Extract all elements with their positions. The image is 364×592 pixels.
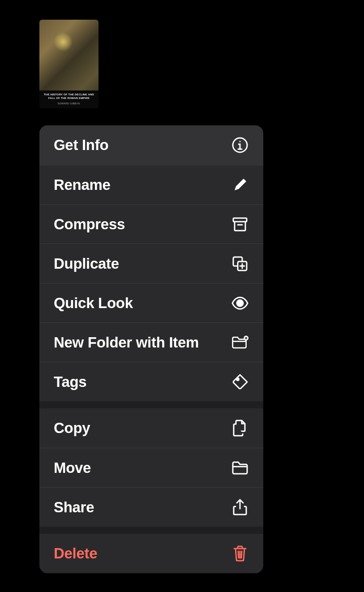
tag-icon	[231, 373, 249, 391]
eye-icon	[231, 294, 249, 312]
menu-divider	[39, 401, 263, 408]
menu-item-duplicate[interactable]: Duplicate	[39, 244, 263, 283]
info-circle-icon	[231, 136, 249, 154]
share-icon	[231, 498, 249, 516]
svg-line-17	[241, 551, 242, 558]
menu-label-rename: Rename	[54, 176, 111, 193]
context-menu: Get Info Rename Compress	[39, 125, 263, 573]
menu-divider	[39, 527, 263, 534]
file-thumbnail[interactable]: THE HISTORY OF THE DECLINE AND FALL OF T…	[39, 20, 98, 108]
menu-item-new-folder-with-item[interactable]: New Folder with Item	[39, 322, 263, 362]
menu-item-move[interactable]: Move	[39, 448, 263, 487]
pencil-icon	[231, 176, 249, 194]
folder-icon	[231, 459, 249, 477]
menu-item-delete[interactable]: Delete	[39, 534, 263, 573]
folder-plus-icon	[231, 334, 249, 352]
trash-icon	[231, 545, 249, 562]
menu-item-get-info[interactable]: Get Info	[39, 125, 263, 165]
svg-point-13	[237, 378, 239, 380]
menu-label-duplicate: Duplicate	[54, 255, 119, 272]
svg-point-8	[237, 300, 243, 306]
menu-item-copy[interactable]: Copy	[39, 408, 263, 448]
menu-label-move: Move	[54, 459, 91, 476]
menu-label-compress: Compress	[54, 216, 125, 233]
menu-label-quick-look: Quick Look	[54, 295, 133, 312]
menu-item-rename[interactable]: Rename	[39, 165, 263, 204]
file-cover-title: THE HISTORY OF THE DECLINE AND FALL OF T…	[39, 90, 98, 101]
menu-item-compress[interactable]: Compress	[39, 204, 263, 244]
menu-label-share: Share	[54, 499, 94, 516]
copy-doc-icon	[231, 419, 249, 437]
menu-item-quick-look[interactable]: Quick Look	[39, 283, 263, 322]
menu-item-tags[interactable]: Tags	[39, 362, 263, 401]
svg-rect-2	[233, 218, 247, 222]
file-cover-author: EDWARD GIBBON	[39, 101, 98, 108]
menu-label-copy: Copy	[54, 420, 90, 437]
menu-label-get-info: Get Info	[54, 137, 108, 154]
menu-label-delete: Delete	[54, 545, 97, 562]
menu-label-tags: Tags	[54, 373, 86, 390]
archivebox-icon	[231, 215, 249, 233]
duplicate-icon	[231, 255, 249, 273]
menu-label-new-folder-with-item: New Folder with Item	[54, 334, 199, 351]
svg-line-15	[238, 551, 239, 558]
svg-point-1	[240, 141, 241, 142]
menu-item-share[interactable]: Share	[39, 487, 263, 527]
